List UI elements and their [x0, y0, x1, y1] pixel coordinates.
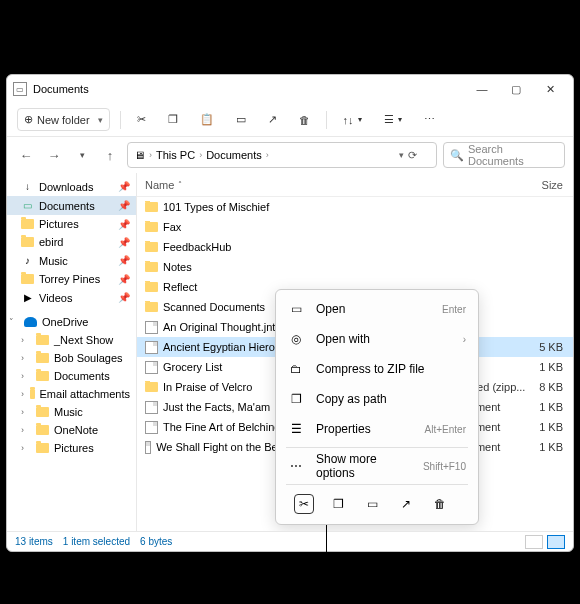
- file-name: Notes: [163, 261, 192, 273]
- refresh-button[interactable]: ⟳: [408, 149, 430, 162]
- file-name: The Fine Art of Belching: [163, 421, 280, 433]
- view-button[interactable]: ☰▾: [378, 109, 408, 130]
- sidebar-item-music[interactable]: ♪Music📌: [7, 251, 136, 270]
- more-button[interactable]: ⋯: [418, 109, 441, 130]
- context-menu-label: Open: [316, 302, 430, 316]
- folder-icon: [36, 407, 49, 417]
- col-size[interactable]: Size: [527, 179, 573, 191]
- file-row[interactable]: Fax: [137, 217, 573, 237]
- cut-button[interactable]: ✂: [131, 109, 152, 130]
- sort-indicator-icon: ˄: [178, 180, 182, 189]
- file-icon: [145, 401, 158, 414]
- rename-button[interactable]: ▭: [230, 109, 252, 130]
- context-menu-item-props[interactable]: ☰PropertiesAlt+Enter: [276, 414, 478, 444]
- trash-icon: 🗑: [434, 497, 446, 511]
- context-menu-item-zip[interactable]: 🗀Compress to ZIP file: [276, 354, 478, 384]
- sidebar-item-music[interactable]: ›Music: [7, 403, 136, 421]
- sidebar-item-label: Pictures: [39, 218, 79, 230]
- sidebar-item-bob-soulages[interactable]: ›Bob Soulages: [7, 349, 136, 367]
- minimize-button[interactable]: —: [465, 77, 499, 101]
- view-icon: ☰: [384, 113, 394, 126]
- sidebar-item-onenote[interactable]: ›OneNote: [7, 421, 136, 439]
- context-menu-item-more[interactable]: ⋯Show more optionsShift+F10: [276, 451, 478, 481]
- context-menu-item-openwith[interactable]: ◎Open with›: [276, 324, 478, 354]
- sidebar-onedrive[interactable]: ˅ OneDrive: [7, 313, 136, 331]
- sidebar-item-downloads[interactable]: ↓Downloads📌: [7, 177, 136, 196]
- file-name: Scanned Documents: [163, 301, 265, 313]
- context-menu-item-copypath[interactable]: ❐Copy as path: [276, 384, 478, 414]
- sidebar-item-label: OneDrive: [42, 316, 88, 328]
- cm-delete-button[interactable]: 🗑: [430, 494, 450, 514]
- address-bar[interactable]: 🖥 › This PC › Documents › ▾ ⟳: [127, 142, 437, 168]
- breadcrumb-item[interactable]: This PC: [156, 149, 195, 161]
- search-input[interactable]: 🔍 Search Documents: [443, 142, 565, 168]
- window-title: Documents: [33, 83, 465, 95]
- file-name: FeedbackHub: [163, 241, 232, 253]
- col-name[interactable]: Name ˄: [137, 179, 307, 191]
- rename-icon: ▭: [367, 497, 378, 511]
- paste-button[interactable]: 📋: [194, 109, 220, 130]
- cm-share-button[interactable]: ↗: [396, 494, 416, 514]
- file-name: An Original Thought.jnt: [163, 321, 275, 333]
- file-icon: [145, 321, 158, 334]
- file-row[interactable]: FeedbackHub: [137, 237, 573, 257]
- close-button[interactable]: ✕: [533, 77, 567, 101]
- share-icon: ↗: [268, 113, 277, 126]
- file-size: 1 KB: [527, 401, 573, 413]
- sidebar-item-email-attachments[interactable]: ›Email attachments: [7, 385, 136, 403]
- chevron-down-icon[interactable]: ▾: [399, 150, 404, 160]
- copy-button[interactable]: ❐: [162, 109, 184, 130]
- sidebar-item-pictures[interactable]: Pictures📌: [7, 215, 136, 233]
- sidebar-item-label: Documents: [39, 200, 95, 212]
- recent-button[interactable]: ▾: [71, 144, 93, 166]
- file-name: In Praise of Velcro: [163, 381, 252, 393]
- share-icon: ↗: [401, 497, 411, 511]
- copy-icon: ❐: [333, 497, 344, 511]
- forward-button[interactable]: →: [43, 144, 65, 166]
- context-menu-item-open[interactable]: ▭OpenEnter: [276, 294, 478, 324]
- folder-icon: [145, 242, 158, 252]
- file-row[interactable]: Notes: [137, 257, 573, 277]
- sidebar-item-videos[interactable]: ▶Videos📌: [7, 288, 136, 307]
- new-folder-button[interactable]: ⊕ New folder ▾: [17, 108, 110, 131]
- sidebar-item-pictures[interactable]: ›Pictures: [7, 439, 136, 457]
- sidebar-item-documents[interactable]: ›Documents: [7, 367, 136, 385]
- delete-button[interactable]: 🗑: [293, 110, 316, 130]
- up-button[interactable]: ↑: [99, 144, 121, 166]
- props-icon: ☰: [288, 421, 304, 437]
- cm-cut-button[interactable]: ✂: [294, 494, 314, 514]
- sidebar-item-label: Torrey Pines: [39, 273, 100, 285]
- file-icon: [145, 441, 151, 454]
- breadcrumb-item[interactable]: Documents: [206, 149, 262, 161]
- sort-icon: ↑↓: [343, 114, 354, 126]
- sidebar-item-documents[interactable]: ▭Documents📌: [7, 196, 136, 215]
- view-list-button[interactable]: [525, 535, 543, 549]
- ellipsis-icon: ⋯: [424, 113, 435, 126]
- file-row[interactable]: 101 Types of Mischief: [137, 197, 573, 217]
- context-menu-shortcut: Alt+Enter: [425, 424, 466, 435]
- back-button[interactable]: ←: [15, 144, 37, 166]
- folder-icon: [145, 202, 158, 212]
- share-button[interactable]: ↗: [262, 109, 283, 130]
- file-size: 5 KB: [527, 341, 573, 353]
- chevron-down-icon: ▾: [98, 115, 103, 125]
- view-details-button[interactable]: [547, 535, 565, 549]
- maximize-button[interactable]: ▢: [499, 77, 533, 101]
- pin-icon: 📌: [118, 292, 130, 303]
- cm-rename-button[interactable]: ▭: [362, 494, 382, 514]
- folder-icon: [21, 237, 34, 247]
- context-menu-shortcut: ›: [463, 334, 466, 345]
- sort-button[interactable]: ↑↓▾: [337, 110, 368, 130]
- onedrive-icon: [24, 317, 37, 327]
- sidebar-item--next-show[interactable]: ›_Next Show: [7, 331, 136, 349]
- toolbar: ⊕ New folder ▾ ✂ ❐ 📋 ▭ ↗ 🗑 ↑↓▾ ☰▾ ⋯: [7, 103, 573, 137]
- sidebar-item-ebird[interactable]: ebird📌: [7, 233, 136, 251]
- file-explorer-window: ▭ Documents — ▢ ✕ ⊕ New folder ▾ ✂ ❐ 📋 ▭…: [6, 74, 574, 552]
- sidebar-item-torrey-pines[interactable]: Torrey Pines📌: [7, 270, 136, 288]
- file-name: Fax: [163, 221, 181, 233]
- address-row: ← → ▾ ↑ 🖥 › This PC › Documents › ▾ ⟳ 🔍 …: [7, 137, 573, 173]
- context-menu-shortcut: Shift+F10: [423, 461, 466, 472]
- cm-copy-button[interactable]: ❐: [328, 494, 348, 514]
- search-icon: 🔍: [450, 149, 464, 162]
- file-name: Reflect: [163, 281, 197, 293]
